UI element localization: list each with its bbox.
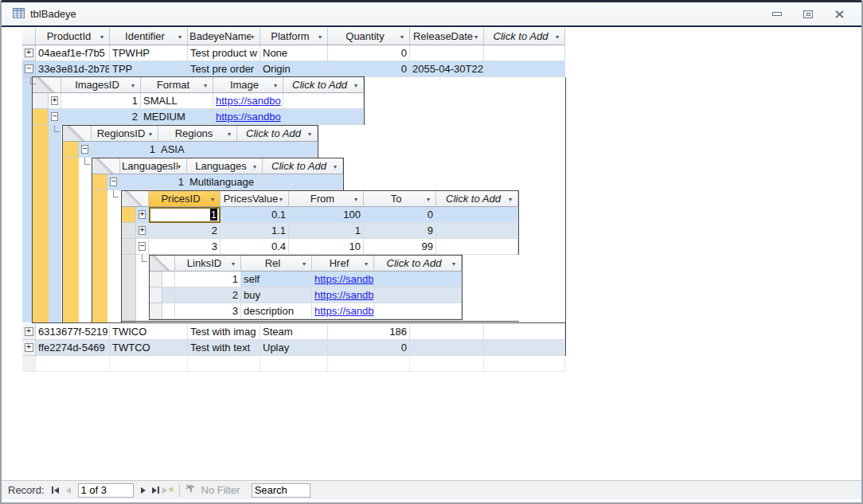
collapse-minus-icon[interactable]: − bbox=[110, 178, 117, 186]
column-header-quantity[interactable]: Quantity▾ bbox=[328, 28, 410, 45]
empty-cell[interactable] bbox=[436, 223, 518, 239]
dropdown-arrow-icon[interactable]: ▾ bbox=[354, 80, 363, 89]
cell-imagesid[interactable]: 2 bbox=[61, 109, 141, 125]
cell-image-link[interactable]: https://sandbo bbox=[213, 93, 283, 109]
row-selector-active-path[interactable] bbox=[92, 174, 107, 190]
dropdown-arrow-icon[interactable]: ▾ bbox=[232, 259, 240, 268]
subdatasheet-corner[interactable] bbox=[122, 191, 149, 207]
expand-plus-icon[interactable]: + bbox=[139, 226, 146, 235]
cell-rel[interactable]: buy bbox=[241, 287, 312, 303]
cell-quantity[interactable]: 0 bbox=[328, 45, 410, 61]
column-header-click-to-add[interactable]: Click to Add▾ bbox=[374, 256, 462, 272]
cell-click-to-add[interactable] bbox=[484, 340, 565, 356]
column-header-linksid[interactable]: LinksID▾ bbox=[175, 256, 241, 272]
cell-image-link[interactable]: https://sandbo bbox=[213, 109, 283, 125]
cell-releasedate[interactable] bbox=[410, 340, 484, 356]
column-header-image[interactable]: Image▾ bbox=[213, 77, 283, 93]
column-header-from[interactable]: From▾ bbox=[289, 191, 364, 207]
column-header-to[interactable]: To▾ bbox=[364, 191, 436, 207]
dropdown-arrow-icon[interactable]: ▾ bbox=[400, 32, 409, 41]
dropdown-arrow-icon[interactable]: ▾ bbox=[556, 32, 564, 41]
first-record-button[interactable] bbox=[49, 484, 62, 497]
empty-cell[interactable] bbox=[484, 356, 565, 372]
cell-productid[interactable]: 33e3e81d-2b78 bbox=[36, 61, 110, 77]
expand-plus-icon[interactable]: + bbox=[25, 327, 33, 336]
row-selector[interactable] bbox=[150, 287, 162, 303]
column-header-href[interactable]: Href▾ bbox=[312, 256, 374, 272]
last-record-button[interactable] bbox=[150, 484, 162, 497]
cell-from[interactable]: 10 bbox=[289, 239, 364, 255]
cell-badeyename[interactable]: Test with imag bbox=[188, 324, 260, 340]
dropdown-arrow-icon[interactable]: ▾ bbox=[211, 194, 220, 203]
cell-pricesid-active[interactable]: 1 bbox=[149, 207, 221, 223]
empty-cell[interactable] bbox=[260, 356, 328, 372]
subdatasheet-corner[interactable] bbox=[33, 77, 61, 93]
cell-quantity[interactable]: 186 bbox=[328, 324, 410, 340]
dropdown-arrow-icon[interactable]: ▾ bbox=[149, 129, 158, 138]
cell-identifier[interactable]: TPWHP bbox=[110, 45, 188, 61]
record-position-box[interactable] bbox=[78, 483, 134, 498]
empty-cell[interactable] bbox=[374, 287, 462, 303]
column-header-click-to-add[interactable]: Click to Add▾ bbox=[263, 158, 343, 174]
cell-productid[interactable]: ffe2274d-5469 bbox=[36, 340, 110, 356]
expand-plus-icon[interactable]: + bbox=[139, 210, 146, 219]
next-record-button[interactable] bbox=[137, 484, 150, 497]
column-header-languagesid[interactable]: LanguagesID▾ bbox=[120, 158, 187, 174]
column-header-pricesvalue[interactable]: PricesValue▾ bbox=[221, 191, 289, 207]
dropdown-arrow-icon[interactable]: ▾ bbox=[204, 80, 213, 89]
cell-rel[interactable]: self bbox=[241, 272, 312, 287]
row-selector[interactable]: + bbox=[22, 340, 36, 356]
cell-releasedate[interactable]: 2055-04-30T22: bbox=[410, 61, 484, 77]
cell-href-link[interactable]: https://sandbo bbox=[312, 287, 374, 303]
dropdown-arrow-icon[interactable]: ▾ bbox=[474, 32, 483, 41]
row-selector[interactable] bbox=[122, 223, 136, 239]
close-button[interactable] bbox=[833, 9, 845, 20]
cell-pricesvalue[interactable]: 0.1 bbox=[221, 207, 289, 223]
cell-linksid[interactable]: 3 bbox=[175, 303, 241, 319]
dropdown-arrow-icon[interactable]: ▾ bbox=[251, 32, 260, 41]
dropdown-arrow-icon[interactable]: ▾ bbox=[365, 259, 373, 268]
dropdown-arrow-icon[interactable]: ▾ bbox=[427, 194, 435, 203]
column-header-click-to-add[interactable]: Click to Add▾ bbox=[484, 28, 565, 45]
dropdown-arrow-icon[interactable]: ▾ bbox=[178, 162, 186, 170]
cell-pricesvalue[interactable]: 1.1 bbox=[221, 223, 289, 239]
cell-linksid[interactable]: 2 bbox=[175, 287, 241, 303]
row-selector[interactable] bbox=[150, 272, 162, 287]
dropdown-arrow-icon[interactable]: ▾ bbox=[308, 129, 317, 138]
cell-languagesid[interactable]: 1 bbox=[120, 174, 187, 190]
collapse-minus-icon[interactable]: − bbox=[51, 112, 58, 121]
empty-cell[interactable] bbox=[410, 356, 484, 372]
column-header-format[interactable]: Format▾ bbox=[141, 77, 213, 93]
empty-cell[interactable] bbox=[188, 356, 260, 372]
row-selector[interactable] bbox=[33, 93, 49, 109]
cell-platform[interactable]: Steam bbox=[260, 324, 328, 340]
row-selector[interactable] bbox=[122, 239, 136, 255]
column-header-pricesid-active[interactable]: PricesID▾ bbox=[149, 191, 221, 207]
cell-region[interactable]: ASIA bbox=[158, 142, 237, 158]
empty-cell[interactable] bbox=[283, 93, 364, 109]
cell-to[interactable]: 99 bbox=[364, 239, 436, 255]
dropdown-arrow-icon[interactable]: ▾ bbox=[228, 129, 236, 138]
new-record-button[interactable]: ✱ bbox=[162, 484, 175, 497]
column-header-badeyename[interactable]: BadeyeName▾ bbox=[188, 28, 260, 45]
column-header-click-to-add[interactable]: Click to Add▾ bbox=[283, 77, 364, 93]
cell-platform[interactable]: None bbox=[260, 45, 328, 61]
row-selector[interactable]: + bbox=[22, 45, 36, 61]
row-selector-active-path[interactable] bbox=[33, 109, 49, 125]
column-header-identifier[interactable]: Identifier▾ bbox=[110, 28, 188, 45]
empty-cell[interactable] bbox=[263, 174, 343, 190]
subdatasheet-corner[interactable] bbox=[92, 158, 120, 174]
row-selector-active-path[interactable] bbox=[122, 207, 136, 223]
empty-cell[interactable] bbox=[328, 356, 410, 372]
dropdown-arrow-icon[interactable]: ▾ bbox=[509, 194, 517, 203]
dropdown-arrow-icon[interactable]: ▾ bbox=[253, 162, 262, 170]
column-header-platform[interactable]: Platform▾ bbox=[260, 28, 328, 45]
search-input[interactable] bbox=[252, 483, 310, 498]
cell-regionsid[interactable]: 1 bbox=[92, 142, 158, 158]
cell-platform[interactable]: Uplay bbox=[260, 340, 328, 356]
dropdown-arrow-icon[interactable]: ▾ bbox=[274, 80, 283, 89]
cell-language[interactable]: Multilanguage bbox=[187, 174, 263, 190]
cell-rel[interactable]: description bbox=[241, 303, 312, 319]
cell-pricesid[interactable]: 3 bbox=[149, 239, 221, 255]
cell-href-link[interactable]: https://sandbo bbox=[312, 272, 374, 287]
